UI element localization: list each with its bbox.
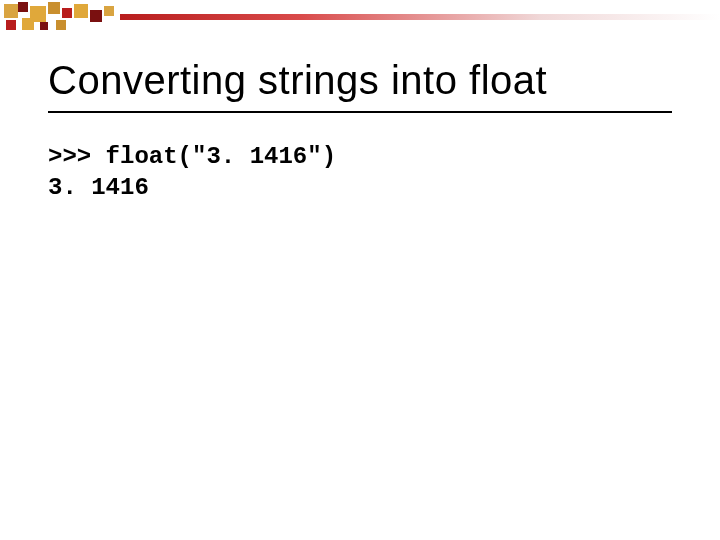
decor-block: [6, 20, 16, 30]
decor-block: [4, 4, 18, 18]
corner-decoration: [0, 0, 720, 36]
title-underline: [48, 111, 672, 113]
decor-block: [18, 2, 28, 12]
gradient-bar: [120, 14, 720, 20]
code-line-1: >>> float("3. 1416"): [48, 143, 336, 170]
decor-block: [90, 10, 102, 22]
decor-block: [40, 22, 48, 30]
decor-block: [104, 6, 114, 16]
decor-block: [74, 4, 88, 18]
decor-block: [56, 20, 66, 30]
decor-block: [62, 8, 72, 18]
slide-title: Converting strings into float: [48, 58, 672, 103]
code-line-2: 3. 1416: [48, 174, 149, 201]
decor-block: [22, 18, 34, 30]
decor-block: [48, 2, 60, 14]
code-block: >>> float("3. 1416") 3. 1416: [48, 141, 672, 203]
